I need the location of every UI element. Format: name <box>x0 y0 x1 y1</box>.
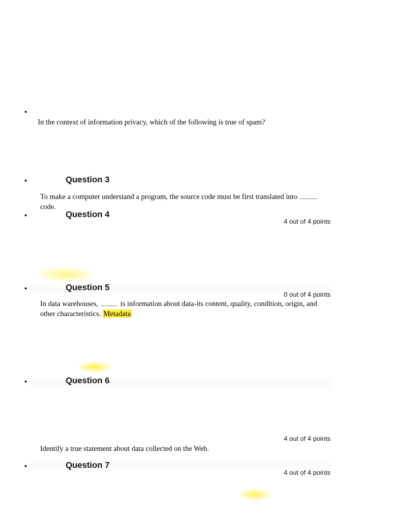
blur-glow <box>69 359 120 375</box>
question-body: In the context of information privacy, w… <box>38 117 331 127</box>
question-title: Question 3 <box>66 175 110 185</box>
points-label: 0 out of 4 points <box>0 291 330 299</box>
question-text: Identify a true statement about data col… <box>40 444 209 452</box>
points-label: 4 out of 4 points <box>0 469 330 477</box>
document-page: In the context of information privacy, w… <box>0 0 410 532</box>
question-item: Question 6 <box>31 376 387 386</box>
fill-blank <box>300 192 317 199</box>
highlight-answer: Metadata <box>103 309 132 318</box>
question-item: Question 3 <box>31 175 387 185</box>
points-label: 4 out of 4 points <box>0 435 330 443</box>
question-text: In the context of information privacy, w… <box>38 118 265 126</box>
points-label: 4 out of 4 points <box>0 218 330 226</box>
question-body: In data warehouses, is information about… <box>40 299 318 318</box>
blur-glow <box>27 265 104 284</box>
blur-glow <box>232 487 278 502</box>
question-text-pre: To make a computer understand a program,… <box>40 192 299 201</box>
question-text-pre: In data warehouses, <box>40 299 100 308</box>
fill-blank <box>101 299 118 306</box>
question-body: To make a computer understand a program,… <box>40 192 334 211</box>
question-body: Identify a true statement about data col… <box>40 444 334 454</box>
question-title: Question 6 <box>66 376 110 386</box>
question-item <box>31 108 387 115</box>
